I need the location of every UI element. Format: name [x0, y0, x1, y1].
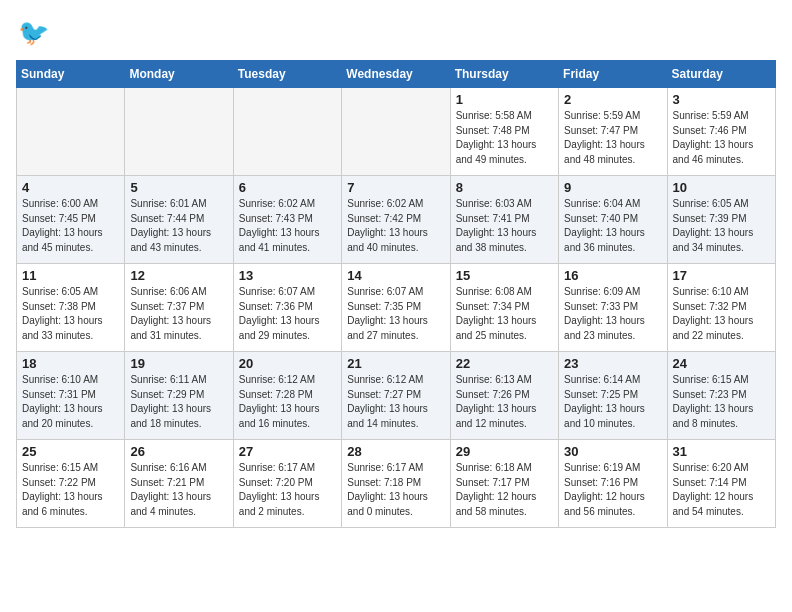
calendar-cell: 14Sunrise: 6:07 AM Sunset: 7:35 PM Dayli… — [342, 264, 450, 352]
day-info: Sunrise: 6:16 AM Sunset: 7:21 PM Dayligh… — [130, 461, 227, 519]
day-number: 27 — [239, 444, 336, 459]
weekday-header: Thursday — [450, 61, 558, 88]
calendar-cell: 19Sunrise: 6:11 AM Sunset: 7:29 PM Dayli… — [125, 352, 233, 440]
calendar-week-row: 25Sunrise: 6:15 AM Sunset: 7:22 PM Dayli… — [17, 440, 776, 528]
day-number: 11 — [22, 268, 119, 283]
calendar-cell — [125, 88, 233, 176]
day-number: 15 — [456, 268, 553, 283]
day-number: 7 — [347, 180, 444, 195]
calendar-cell: 2Sunrise: 5:59 AM Sunset: 7:47 PM Daylig… — [559, 88, 667, 176]
day-info: Sunrise: 6:02 AM Sunset: 7:43 PM Dayligh… — [239, 197, 336, 255]
day-info: Sunrise: 6:17 AM Sunset: 7:20 PM Dayligh… — [239, 461, 336, 519]
day-number: 17 — [673, 268, 770, 283]
calendar-week-row: 11Sunrise: 6:05 AM Sunset: 7:38 PM Dayli… — [17, 264, 776, 352]
calendar-cell: 3Sunrise: 5:59 AM Sunset: 7:46 PM Daylig… — [667, 88, 775, 176]
calendar-cell: 21Sunrise: 6:12 AM Sunset: 7:27 PM Dayli… — [342, 352, 450, 440]
logo: 🐦 — [16, 16, 56, 52]
calendar-cell: 23Sunrise: 6:14 AM Sunset: 7:25 PM Dayli… — [559, 352, 667, 440]
calendar-cell: 20Sunrise: 6:12 AM Sunset: 7:28 PM Dayli… — [233, 352, 341, 440]
day-info: Sunrise: 6:12 AM Sunset: 7:27 PM Dayligh… — [347, 373, 444, 431]
calendar-cell: 28Sunrise: 6:17 AM Sunset: 7:18 PM Dayli… — [342, 440, 450, 528]
day-number: 19 — [130, 356, 227, 371]
day-number: 5 — [130, 180, 227, 195]
day-number: 21 — [347, 356, 444, 371]
day-number: 14 — [347, 268, 444, 283]
weekday-header: Tuesday — [233, 61, 341, 88]
day-number: 16 — [564, 268, 661, 283]
day-number: 1 — [456, 92, 553, 107]
day-info: Sunrise: 6:15 AM Sunset: 7:22 PM Dayligh… — [22, 461, 119, 519]
calendar-cell: 24Sunrise: 6:15 AM Sunset: 7:23 PM Dayli… — [667, 352, 775, 440]
day-number: 28 — [347, 444, 444, 459]
calendar-cell: 11Sunrise: 6:05 AM Sunset: 7:38 PM Dayli… — [17, 264, 125, 352]
day-info: Sunrise: 6:11 AM Sunset: 7:29 PM Dayligh… — [130, 373, 227, 431]
day-info: Sunrise: 6:14 AM Sunset: 7:25 PM Dayligh… — [564, 373, 661, 431]
calendar-cell: 25Sunrise: 6:15 AM Sunset: 7:22 PM Dayli… — [17, 440, 125, 528]
calendar-cell — [233, 88, 341, 176]
day-info: Sunrise: 5:59 AM Sunset: 7:47 PM Dayligh… — [564, 109, 661, 167]
day-info: Sunrise: 6:20 AM Sunset: 7:14 PM Dayligh… — [673, 461, 770, 519]
calendar-cell: 5Sunrise: 6:01 AM Sunset: 7:44 PM Daylig… — [125, 176, 233, 264]
day-info: Sunrise: 6:08 AM Sunset: 7:34 PM Dayligh… — [456, 285, 553, 343]
calendar-cell: 22Sunrise: 6:13 AM Sunset: 7:26 PM Dayli… — [450, 352, 558, 440]
calendar-cell: 4Sunrise: 6:00 AM Sunset: 7:45 PM Daylig… — [17, 176, 125, 264]
calendar-cell: 17Sunrise: 6:10 AM Sunset: 7:32 PM Dayli… — [667, 264, 775, 352]
day-info: Sunrise: 6:09 AM Sunset: 7:33 PM Dayligh… — [564, 285, 661, 343]
calendar-cell: 18Sunrise: 6:10 AM Sunset: 7:31 PM Dayli… — [17, 352, 125, 440]
calendar-cell: 10Sunrise: 6:05 AM Sunset: 7:39 PM Dayli… — [667, 176, 775, 264]
weekday-header-row: SundayMondayTuesdayWednesdayThursdayFrid… — [17, 61, 776, 88]
day-info: Sunrise: 6:05 AM Sunset: 7:39 PM Dayligh… — [673, 197, 770, 255]
header: 🐦 — [16, 16, 776, 52]
day-info: Sunrise: 5:58 AM Sunset: 7:48 PM Dayligh… — [456, 109, 553, 167]
day-number: 8 — [456, 180, 553, 195]
day-info: Sunrise: 6:05 AM Sunset: 7:38 PM Dayligh… — [22, 285, 119, 343]
calendar-cell: 31Sunrise: 6:20 AM Sunset: 7:14 PM Dayli… — [667, 440, 775, 528]
calendar-week-row: 4Sunrise: 6:00 AM Sunset: 7:45 PM Daylig… — [17, 176, 776, 264]
day-info: Sunrise: 6:03 AM Sunset: 7:41 PM Dayligh… — [456, 197, 553, 255]
day-number: 30 — [564, 444, 661, 459]
calendar-cell — [342, 88, 450, 176]
weekday-header: Wednesday — [342, 61, 450, 88]
weekday-header: Saturday — [667, 61, 775, 88]
day-info: Sunrise: 6:07 AM Sunset: 7:36 PM Dayligh… — [239, 285, 336, 343]
day-number: 23 — [564, 356, 661, 371]
day-info: Sunrise: 6:15 AM Sunset: 7:23 PM Dayligh… — [673, 373, 770, 431]
day-info: Sunrise: 6:02 AM Sunset: 7:42 PM Dayligh… — [347, 197, 444, 255]
day-info: Sunrise: 6:10 AM Sunset: 7:31 PM Dayligh… — [22, 373, 119, 431]
day-info: Sunrise: 6:17 AM Sunset: 7:18 PM Dayligh… — [347, 461, 444, 519]
day-info: Sunrise: 6:10 AM Sunset: 7:32 PM Dayligh… — [673, 285, 770, 343]
calendar-table: SundayMondayTuesdayWednesdayThursdayFrid… — [16, 60, 776, 528]
day-info: Sunrise: 6:01 AM Sunset: 7:44 PM Dayligh… — [130, 197, 227, 255]
day-number: 22 — [456, 356, 553, 371]
day-number: 29 — [456, 444, 553, 459]
calendar-cell — [17, 88, 125, 176]
calendar-cell: 27Sunrise: 6:17 AM Sunset: 7:20 PM Dayli… — [233, 440, 341, 528]
day-info: Sunrise: 6:12 AM Sunset: 7:28 PM Dayligh… — [239, 373, 336, 431]
day-number: 18 — [22, 356, 119, 371]
calendar-cell: 29Sunrise: 6:18 AM Sunset: 7:17 PM Dayli… — [450, 440, 558, 528]
day-number: 9 — [564, 180, 661, 195]
weekday-header: Monday — [125, 61, 233, 88]
day-info: Sunrise: 6:04 AM Sunset: 7:40 PM Dayligh… — [564, 197, 661, 255]
day-number: 2 — [564, 92, 661, 107]
calendar-cell: 26Sunrise: 6:16 AM Sunset: 7:21 PM Dayli… — [125, 440, 233, 528]
day-number: 20 — [239, 356, 336, 371]
day-number: 3 — [673, 92, 770, 107]
calendar-cell: 6Sunrise: 6:02 AM Sunset: 7:43 PM Daylig… — [233, 176, 341, 264]
day-number: 24 — [673, 356, 770, 371]
calendar-cell: 7Sunrise: 6:02 AM Sunset: 7:42 PM Daylig… — [342, 176, 450, 264]
weekday-header: Sunday — [17, 61, 125, 88]
calendar-cell: 9Sunrise: 6:04 AM Sunset: 7:40 PM Daylig… — [559, 176, 667, 264]
day-number: 12 — [130, 268, 227, 283]
day-info: Sunrise: 5:59 AM Sunset: 7:46 PM Dayligh… — [673, 109, 770, 167]
day-number: 4 — [22, 180, 119, 195]
calendar-cell: 1Sunrise: 5:58 AM Sunset: 7:48 PM Daylig… — [450, 88, 558, 176]
calendar-week-row: 1Sunrise: 5:58 AM Sunset: 7:48 PM Daylig… — [17, 88, 776, 176]
calendar-cell: 15Sunrise: 6:08 AM Sunset: 7:34 PM Dayli… — [450, 264, 558, 352]
calendar-cell: 12Sunrise: 6:06 AM Sunset: 7:37 PM Dayli… — [125, 264, 233, 352]
day-number: 26 — [130, 444, 227, 459]
day-number: 13 — [239, 268, 336, 283]
day-info: Sunrise: 6:13 AM Sunset: 7:26 PM Dayligh… — [456, 373, 553, 431]
calendar-cell: 8Sunrise: 6:03 AM Sunset: 7:41 PM Daylig… — [450, 176, 558, 264]
calendar-cell: 30Sunrise: 6:19 AM Sunset: 7:16 PM Dayli… — [559, 440, 667, 528]
